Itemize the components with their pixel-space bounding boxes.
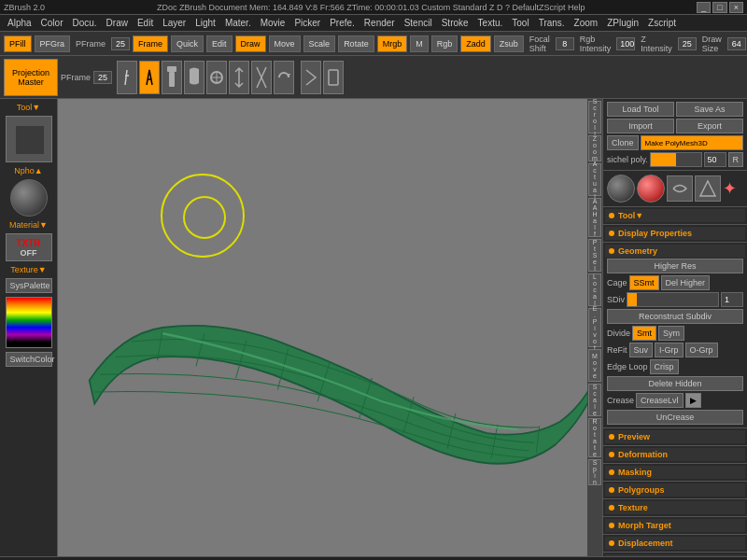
color-gradient[interactable] xyxy=(6,297,52,348)
morph-target-header[interactable]: Morph Target xyxy=(605,519,745,532)
tool-section-header[interactable]: Tool▼ xyxy=(605,209,745,222)
npho-label[interactable]: Npho▲ xyxy=(14,166,42,175)
canvas-area[interactable]: Scroll Zoom Actual AAHalf PtSel Local E.… xyxy=(58,99,602,556)
menu-zplugin[interactable]: ZPlugin xyxy=(603,17,642,29)
ssmt-btn[interactable]: SSmt xyxy=(629,275,659,290)
menu-mater[interactable]: Mater. xyxy=(221,17,255,29)
igrp-btn[interactable]: I-Grp xyxy=(655,343,684,357)
scroll-btn[interactable]: Scroll xyxy=(588,101,601,133)
icon-tool3[interactable] xyxy=(162,61,182,94)
spin-btn[interactable]: Spin xyxy=(588,459,601,485)
zoom-btn[interactable]: Zoom xyxy=(588,135,601,161)
scale2-btn[interactable]: Scale xyxy=(588,384,601,416)
masking-header[interactable]: Masking xyxy=(605,466,745,479)
menu-alpha[interactable]: Alpha xyxy=(4,17,35,29)
minimize-btn[interactable]: _ xyxy=(697,2,711,13)
material-label[interactable]: Material▼ xyxy=(9,220,48,230)
menu-trans[interactable]: Trans. xyxy=(535,17,569,29)
make-polymesh-btn[interactable]: Make PolyMesh3D xyxy=(641,135,743,150)
menu-textu[interactable]: Textu. xyxy=(474,17,507,29)
icon-rotate[interactable] xyxy=(274,61,294,94)
mrgb-btn[interactable]: Mrgb xyxy=(377,35,408,52)
icon-tool4[interactable] xyxy=(184,61,204,94)
m-btn[interactable]: M xyxy=(410,35,429,52)
sdiv-val[interactable]: 1 xyxy=(721,292,743,307)
deformation-header[interactable]: Deformation xyxy=(605,448,745,461)
save-as-btn[interactable]: Save As xyxy=(676,102,743,117)
sys-palette-btn[interactable]: SysPalette xyxy=(6,278,52,293)
polygroups-header[interactable]: Polygroups xyxy=(605,483,745,497)
crease-lvl-btn[interactable]: CreaseLvl xyxy=(636,393,684,408)
menu-light[interactable]: Light xyxy=(191,17,219,29)
ogrp-btn[interactable]: O-Grp xyxy=(685,343,718,357)
pframe2-val[interactable]: 25 xyxy=(93,71,112,84)
reconstruct-subdiv-btn[interactable]: Reconstruct Subdiv xyxy=(607,309,743,324)
actual-btn[interactable]: Actual xyxy=(588,163,601,196)
display-props-header[interactable]: Display Properties xyxy=(605,227,745,240)
local-btn[interactable]: Local xyxy=(588,273,601,306)
rp-icon-sq1[interactable] xyxy=(667,175,693,202)
menu-movie[interactable]: Movie xyxy=(257,17,289,29)
menu-tool[interactable]: Tool xyxy=(508,17,532,29)
aahalf-btn[interactable]: AAHalf xyxy=(588,198,601,237)
rgb-btn[interactable]: Rgb xyxy=(431,35,458,52)
suv-btn[interactable]: Suv xyxy=(629,343,654,357)
crisp-btn[interactable]: Crisp xyxy=(650,359,679,374)
crease-r-btn[interactable]: ▶ xyxy=(685,393,701,408)
quick-btn[interactable]: Quick xyxy=(171,35,204,52)
pfgra-btn[interactable]: PFGra xyxy=(35,35,71,52)
rp-icon-circle1[interactable] xyxy=(607,175,635,203)
higher-res-btn[interactable]: Higher Res xyxy=(607,259,743,273)
epivot-btn[interactable]: E.Pivot xyxy=(588,308,601,347)
zsub-btn[interactable]: Zsub xyxy=(494,35,524,52)
load-tool-btn[interactable]: Load Tool xyxy=(607,102,674,117)
icon-move[interactable] xyxy=(229,61,249,94)
texture-label[interactable]: Texture▼ xyxy=(10,265,46,274)
uncrease-btn[interactable]: UnCrease xyxy=(607,410,743,425)
menu-layer[interactable]: Layer xyxy=(159,17,190,29)
texture-rp-header[interactable]: Texture xyxy=(605,501,745,514)
rp-icon-circle2[interactable] xyxy=(637,175,665,203)
frame-btn[interactable]: Frame xyxy=(133,35,168,52)
menu-stroke[interactable]: Stroke xyxy=(438,17,472,29)
rgb-intensity-val[interactable]: 100 xyxy=(616,37,635,50)
icon-tool5[interactable] xyxy=(206,61,227,94)
menu-prefe[interactable]: Prefe. xyxy=(326,17,359,29)
del-higher-btn[interactable]: Del Higher xyxy=(661,275,711,290)
icon-tool2[interactable] xyxy=(139,61,160,94)
menu-color[interactable]: Color xyxy=(37,17,67,29)
menu-edit[interactable]: Edit xyxy=(134,17,157,29)
zadd-btn[interactable]: Zadd xyxy=(460,35,491,52)
focal-val[interactable]: 8 xyxy=(556,37,574,50)
sichel-r-btn[interactable]: R xyxy=(728,152,744,167)
menu-zoom[interactable]: Zoom xyxy=(571,17,602,29)
menu-zscript[interactable]: Zscript xyxy=(644,17,680,29)
menu-picker[interactable]: Picker xyxy=(290,17,324,29)
icon-extra1[interactable] xyxy=(301,61,321,94)
sym-btn[interactable]: Sym xyxy=(658,326,684,341)
tool-label[interactable]: Tool▼ xyxy=(17,103,40,112)
pfill-btn[interactable]: PFill xyxy=(4,35,32,52)
rotate2-btn[interactable]: Rotate xyxy=(588,418,601,457)
draw-size-val[interactable]: 64 xyxy=(727,37,746,50)
sichel-slider[interactable] xyxy=(650,152,702,167)
normalmap-header[interactable]: NormalMap xyxy=(605,554,745,556)
material-sphere[interactable] xyxy=(10,179,48,217)
menu-render[interactable]: Render xyxy=(360,17,399,29)
star-icon[interactable]: ✦ xyxy=(723,178,737,199)
menu-docu[interactable]: Docu. xyxy=(68,17,100,29)
sdiv-slider[interactable] xyxy=(627,292,719,307)
draw-btn[interactable]: Draw xyxy=(235,35,266,52)
maximize-btn[interactable]: □ xyxy=(712,2,726,13)
move2-btn[interactable]: Move xyxy=(588,349,601,382)
move-btn[interactable]: Move xyxy=(269,35,301,52)
txtr-btn[interactable]: TXTR OFF xyxy=(6,233,52,261)
smt-btn[interactable]: Smt xyxy=(632,326,656,341)
ptsel-btn[interactable]: PtSel xyxy=(588,239,601,272)
import-btn[interactable]: Import xyxy=(607,119,674,133)
icon-scale[interactable] xyxy=(251,61,272,94)
projection-master-btn[interactable]: Projection Master xyxy=(4,59,58,96)
icon-tool1[interactable] xyxy=(117,61,137,94)
displacement-header[interactable]: Displacement xyxy=(605,537,745,550)
switch-color-btn[interactable]: SwitchColor xyxy=(6,352,52,367)
